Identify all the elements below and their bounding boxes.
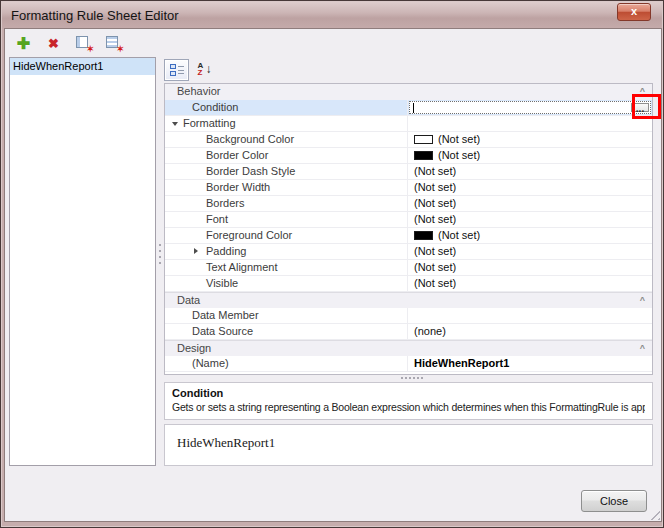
property-row-padding[interactable]: Padding(Not set): [165, 244, 652, 260]
property-row-condition[interactable]: Condition...: [165, 100, 652, 116]
condition-ellipsis-button[interactable]: ...: [631, 103, 649, 112]
property-value-cell[interactable]: (Not set): [408, 148, 652, 163]
property-row-border-color[interactable]: Border Color(Not set): [165, 148, 652, 164]
property-value-cell[interactable]: (Not set): [408, 228, 652, 243]
property-label: Background Color: [206, 133, 294, 145]
close-button[interactable]: Close: [581, 490, 647, 512]
categorized-view-button[interactable]: [164, 59, 189, 81]
property-row-foreground-color[interactable]: Foreground Color(Not set): [165, 228, 652, 244]
property-name-cell: Formatting: [165, 116, 408, 131]
property-label: Data Member: [192, 309, 259, 321]
rule-preview-panel: HideWhenReport1: [164, 424, 653, 466]
property-value-text: (Not set): [414, 276, 456, 291]
condition-value-editor[interactable]: ...: [409, 101, 651, 114]
property-row-font[interactable]: Font(Not set): [165, 212, 652, 228]
category-row-data[interactable]: Data^: [165, 292, 652, 308]
property-name-cell: Visible: [165, 276, 408, 291]
description-body: Gets or sets a string representing a Boo…: [172, 401, 645, 413]
property-label: Border Color: [206, 149, 268, 161]
dialog-window: Formatting Rule Sheet Editor x ✚ ✖ ✶ ✶ H…: [0, 0, 664, 528]
sort-az-icon: A Z ↓: [198, 63, 214, 77]
delete-rule-icon: ✖: [48, 36, 59, 51]
category-label: Behavior: [165, 84, 220, 99]
property-row-data-member[interactable]: Data Member: [165, 308, 652, 324]
property-value-cell[interactable]: (Not set): [408, 196, 652, 211]
property-value-text: (Not set): [414, 212, 456, 227]
property-row-borders[interactable]: Borders(Not set): [165, 196, 652, 212]
property-name-cell: Data Member: [165, 308, 408, 323]
delete-sheet-columns-button[interactable]: ✶: [71, 32, 96, 54]
categorized-icon: [170, 64, 184, 76]
horizontal-splitter-grip[interactable]: [401, 377, 423, 379]
property-value-text: (Not set): [414, 260, 456, 275]
property-label: Border Width: [206, 181, 270, 193]
category-label: Data: [165, 293, 200, 308]
property-value-cell[interactable]: (none): [408, 324, 652, 339]
color-swatch: [414, 231, 433, 240]
property-name-cell: Data Source: [165, 324, 408, 339]
property-row-text-alignment[interactable]: Text Alignment(Not set): [165, 260, 652, 276]
resize-grip[interactable]: [649, 509, 660, 520]
rule-list-item-hidewhenreport1[interactable]: HideWhenReport1: [10, 58, 155, 75]
dialog-client-area: ✚ ✖ ✶ ✶ HideWhenReport1: [5, 29, 661, 521]
property-label: Data Source: [192, 325, 253, 337]
property-value-text: (Not set): [414, 164, 456, 179]
property-row-name[interactable]: (Name)HideWhenReport1: [165, 356, 652, 372]
title-bar[interactable]: Formatting Rule Sheet Editor: [2, 2, 662, 29]
property-label: (Name): [192, 357, 229, 369]
collapse-chevron-icon[interactable]: ^: [640, 295, 645, 305]
property-row-border-width[interactable]: Border Width(Not set): [165, 180, 652, 196]
property-value-cell[interactable]: (Not set): [408, 132, 652, 147]
color-swatch: [414, 151, 433, 160]
expand-triangle-icon[interactable]: [194, 248, 198, 254]
property-grid-rows: Behavior^Condition...FormattingBackgroun…: [164, 83, 653, 375]
delete-rule-button[interactable]: ✖: [41, 32, 66, 54]
property-value-text: HideWhenReport1: [414, 356, 509, 371]
property-name-cell: Foreground Color: [165, 228, 408, 243]
color-swatch: [414, 135, 433, 144]
property-value-text: (Not set): [414, 180, 456, 195]
property-value-cell[interactable]: (Not set): [408, 276, 652, 291]
alphabetical-sort-button[interactable]: A Z ↓: [193, 59, 218, 81]
property-name-cell: Background Color: [165, 132, 408, 147]
collapse-triangle-icon[interactable]: [172, 122, 178, 126]
property-row-background-color[interactable]: Background Color(Not set): [165, 132, 652, 148]
delete-sheet-rows-button[interactable]: ✶: [101, 32, 126, 54]
property-row-formatting[interactable]: Formatting: [165, 116, 652, 132]
property-value-cell[interactable]: [408, 116, 652, 131]
property-label: Text Alignment: [206, 261, 278, 273]
property-value-text: (Not set): [438, 228, 480, 243]
formatting-rule-list[interactable]: HideWhenReport1: [9, 57, 156, 466]
property-name-cell: Borders: [165, 196, 408, 211]
property-label: Border Dash Style: [206, 165, 295, 177]
property-value-text: (none): [414, 324, 446, 339]
property-row-visible[interactable]: Visible(Not set): [165, 276, 652, 292]
property-value-cell[interactable]: [408, 308, 652, 323]
add-rule-button[interactable]: ✚: [11, 32, 36, 54]
property-row-border-dash-style[interactable]: Border Dash Style(Not set): [165, 164, 652, 180]
collapse-chevron-icon[interactable]: ^: [640, 343, 645, 353]
property-value-cell[interactable]: (Not set): [408, 164, 652, 179]
property-grid-toolbar: A Z ↓: [164, 58, 218, 82]
window-title: Formatting Rule Sheet Editor: [11, 8, 179, 23]
property-name-cell: Border Dash Style: [165, 164, 408, 179]
vertical-splitter-grip[interactable]: [159, 244, 161, 268]
property-label: Condition: [192, 101, 238, 113]
delete-rule-sheet-rows-icon: ✶: [106, 36, 121, 50]
property-name-cell: (Name): [165, 356, 408, 371]
collapse-chevron-icon[interactable]: ^: [640, 86, 645, 96]
category-row-design[interactable]: Design^: [165, 340, 652, 356]
property-value-cell[interactable]: HideWhenReport1: [408, 356, 652, 371]
rule-preview-text: HideWhenReport1: [165, 425, 652, 451]
category-row-behavior[interactable]: Behavior^: [165, 84, 652, 100]
window-close-button[interactable]: x: [617, 3, 651, 21]
property-value-cell[interactable]: (Not set): [408, 244, 652, 259]
property-value-cell[interactable]: (Not set): [408, 212, 652, 227]
property-value-cell[interactable]: (Not set): [408, 260, 652, 275]
property-label: Foreground Color: [206, 229, 292, 241]
property-label: Padding: [206, 245, 246, 257]
property-value-cell[interactable]: (Not set): [408, 180, 652, 195]
delete-rule-sheet-columns-icon: ✶: [76, 36, 91, 50]
property-row-data-source[interactable]: Data Source(none): [165, 324, 652, 340]
property-value-cell[interactable]: ...: [408, 100, 652, 115]
